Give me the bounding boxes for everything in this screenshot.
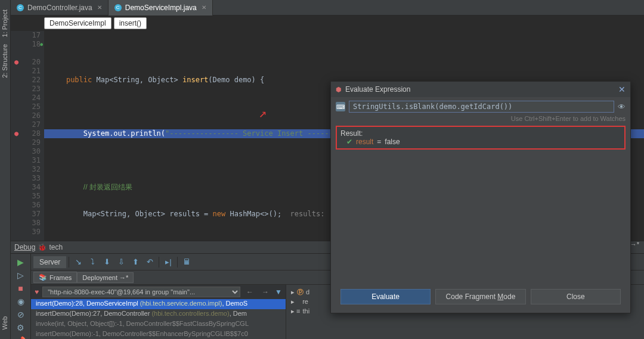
- evaluate-expression-icon[interactable]: 🖩: [180, 256, 193, 269]
- add-to-watches-icon[interactable]: 👁: [618, 102, 626, 111]
- expression-input[interactable]: [349, 101, 614, 113]
- deployment-tab[interactable]: Deployment →*: [77, 272, 134, 283]
- pin-icon[interactable]: 📌: [14, 336, 27, 339]
- sidebar-tab-project[interactable]: 1: Project: [0, 6, 10, 41]
- sidebar-tab-web[interactable]: Web: [0, 313, 10, 333]
- run-to-cursor-icon[interactable]: ▸|: [162, 256, 175, 269]
- heart-icon: ♥: [35, 288, 39, 296]
- evaluate-expression-dialog: ⬢ Evaluate Expression ✕ ⌨ 👁 Use Ctrl+Shi…: [330, 81, 631, 313]
- breadcrumb-method[interactable]: insert(): [114, 17, 147, 29]
- result-value: false: [385, 138, 400, 146]
- sidebar-tab-structure[interactable]: 2: Structure: [0, 41, 10, 82]
- java-class-icon: C: [17, 4, 24, 11]
- result-name: result: [356, 138, 373, 146]
- tab-democontroller[interactable]: C DemoController.java ✕: [11, 0, 109, 15]
- step-out-icon[interactable]: ⬆: [129, 256, 142, 269]
- bug-icon: ⬢: [336, 86, 342, 94]
- settings-icon[interactable]: ⚙: [14, 323, 27, 332]
- breadcrumb-class[interactable]: DemoServiceImpl: [44, 17, 112, 29]
- next-frame-icon[interactable]: →: [259, 288, 271, 296]
- step-over-icon[interactable]: ⤵: [86, 256, 99, 269]
- stack-frame[interactable]: insertDemo(Demo):27, DemoController (hbi…: [31, 309, 286, 319]
- stack-frame[interactable]: invoke(int, Object, Object[]):-1, DemoCo…: [31, 319, 286, 329]
- dialog-title-bar[interactable]: ⬢ Evaluate Expression ✕: [331, 82, 630, 97]
- stop-icon[interactable]: ■: [14, 284, 27, 293]
- force-step-into-icon[interactable]: ⇩: [114, 256, 128, 269]
- dialog-title: Evaluate Expression: [345, 85, 410, 94]
- line-gutter[interactable]: 17 18 20 21 22 23 24 25 26 27 28 29 30 3…: [11, 31, 44, 241]
- tab-label: DemoServiceImpl.java: [125, 4, 197, 12]
- show-execution-point-icon[interactable]: ↘: [72, 256, 85, 269]
- calculator-icon: ⌨: [336, 102, 345, 111]
- rerun-icon[interactable]: ▶: [14, 257, 27, 267]
- step-into-icon[interactable]: ⬇: [100, 256, 113, 269]
- server-tab[interactable]: Server: [33, 256, 66, 268]
- close-icon[interactable]: ✕: [202, 4, 206, 11]
- mute-breakpoints-icon[interactable]: ⊘: [14, 310, 27, 319]
- breadcrumb: DemoServiceImpl insert(): [44, 15, 147, 31]
- close-icon[interactable]: ✕: [97, 4, 102, 11]
- frames-pane: ♥ "http-nio-8080-exec-40"@19,664 in grou…: [31, 285, 286, 339]
- thread-selector[interactable]: "http-nio-8080-exec-40"@19,664 in group …: [42, 287, 240, 297]
- tab-label: DemoController.java: [27, 4, 92, 12]
- view-breakpoints-icon[interactable]: ◉: [14, 297, 27, 306]
- tab-demoserviceimpl[interactable]: C DemoServiceImpl.java ✕: [109, 0, 213, 15]
- frames-tab[interactable]: 📚 Frames: [33, 272, 77, 283]
- result-panel: Result: ✔ result = false: [336, 126, 626, 150]
- resume-icon[interactable]: ▷: [14, 270, 27, 280]
- evaluate-button[interactable]: Evaluate: [340, 289, 431, 304]
- java-class-icon: C: [114, 4, 122, 11]
- code-fragment-mode-button[interactable]: Code Fragment Mode: [435, 289, 525, 304]
- debug-side-toolbar: ▶ ▷ ■ ◉ ⊘ ⚙ 📌: [11, 254, 31, 339]
- hint-text: Use Ctrl+Shift+Enter to add to Watches: [336, 114, 626, 123]
- stack-frame[interactable]: insertDemo(Demo):-1, DemoController$$Enh…: [31, 329, 286, 339]
- close-button[interactable]: Close: [531, 289, 621, 304]
- check-icon: ✔: [346, 138, 352, 146]
- filter-icon[interactable]: ▼: [275, 288, 282, 296]
- editor-tab-bar: C DemoController.java ✕ C DemoServiceImp…: [11, 0, 644, 15]
- stack-frame[interactable]: insert(Demo):28, DemoServiceImpl (hbi.te…: [31, 299, 286, 309]
- prev-frame-icon[interactable]: ←: [244, 288, 256, 296]
- close-icon[interactable]: ✕: [618, 85, 626, 94]
- bug-icon: 🐞: [38, 243, 47, 251]
- result-label: Result:: [340, 129, 621, 138]
- drop-frame-icon[interactable]: ↶: [143, 256, 156, 269]
